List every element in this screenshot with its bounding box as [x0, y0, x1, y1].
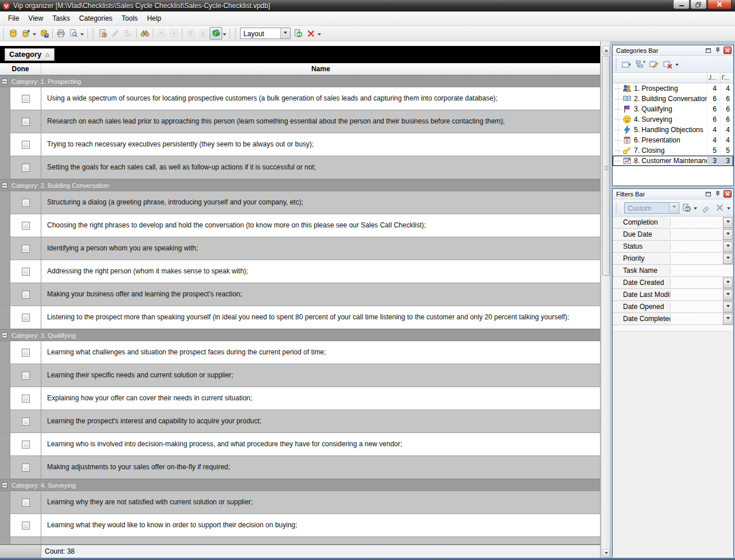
- filter-dropdown-button[interactable]: [723, 289, 733, 300]
- move-to-bottom-button[interactable]: [184, 27, 197, 40]
- task-row[interactable]: Structuring a dialog (a greeting phrase,…: [0, 191, 600, 214]
- toolbar-gripper[interactable]: [2, 28, 5, 38]
- layout-view-toggle[interactable]: [210, 27, 222, 40]
- clear-filter-button[interactable]: [699, 201, 713, 215]
- edit-category-button[interactable]: [647, 57, 661, 71]
- filter-value[interactable]: [671, 277, 723, 288]
- task-row[interactable]: Setting the goals for each sales call, a…: [0, 156, 600, 179]
- column-header-name[interactable]: Name: [41, 63, 600, 75]
- move-up-button[interactable]: [168, 27, 180, 40]
- task-row[interactable]: Trying to reach necessary executives per…: [0, 133, 600, 156]
- scrollbar-thumb[interactable]: [602, 56, 610, 276]
- panel-close-button[interactable]: [724, 47, 732, 54]
- done-checkbox[interactable]: [22, 118, 30, 126]
- delete-category-button[interactable]: [661, 57, 675, 71]
- done-checkbox[interactable]: [22, 464, 30, 472]
- category-item[interactable]: 8. Customer Maintenance33: [613, 156, 733, 166]
- done-checkbox[interactable]: [22, 395, 30, 403]
- filter-dropdown-button[interactable]: [723, 217, 733, 228]
- panel-pin-button[interactable]: [714, 47, 722, 54]
- menu-item-file[interactable]: File: [3, 13, 24, 24]
- done-checkbox[interactable]: [22, 291, 30, 299]
- done-checkbox[interactable]: [22, 164, 30, 172]
- categories-column-1[interactable]: J...: [707, 73, 720, 83]
- new-subcategory-button[interactable]: [633, 57, 647, 71]
- task-row[interactable]: Listening to the prospect more than spea…: [0, 306, 600, 329]
- group-header[interactable]: Category: 3. Qualifying: [0, 329, 600, 341]
- category-item[interactable]: 5. Handling Objections44: [613, 125, 733, 135]
- filter-row[interactable]: Date Created: [613, 277, 733, 289]
- done-checkbox[interactable]: [22, 95, 30, 103]
- filter-value[interactable]: [671, 289, 723, 300]
- task-row[interactable]: Using a wide spectrum of sources for loc…: [0, 87, 600, 110]
- task-row[interactable]: Addressing the right person (whom it mak…: [0, 260, 600, 283]
- filter-value[interactable]: [671, 253, 723, 264]
- column-header-done[interactable]: Done: [0, 63, 41, 75]
- filter-row[interactable]: Priority: [613, 253, 733, 265]
- vertical-scrollbar[interactable]: [601, 46, 610, 558]
- menu-item-categories[interactable]: Categories: [75, 13, 117, 24]
- apply-filter-dropdown[interactable]: [694, 207, 697, 211]
- filter-value[interactable]: [671, 241, 723, 252]
- minimize-button[interactable]: [673, 0, 690, 9]
- task-row[interactable]: Learning the prospect's interest and cap…: [0, 410, 600, 433]
- find-button[interactable]: [138, 27, 151, 40]
- filter-value[interactable]: [671, 229, 723, 240]
- filter-value[interactable]: [671, 217, 723, 228]
- layout-combobox-dropdown[interactable]: [280, 28, 290, 38]
- layout-view-dropdown[interactable]: [223, 33, 226, 37]
- task-row[interactable]: Research on each sales lead prior to app…: [0, 110, 600, 133]
- filter-dropdown-button[interactable]: [723, 302, 733, 312]
- category-item[interactable]: 2. Building Conversation66: [613, 94, 733, 104]
- close-button[interactable]: [707, 0, 732, 9]
- done-checkbox[interactable]: [22, 418, 30, 426]
- done-checkbox[interactable]: [22, 522, 30, 530]
- filter-preset-combobox[interactable]: Custom: [624, 202, 679, 214]
- done-checkbox[interactable]: [22, 222, 30, 230]
- move-down-button[interactable]: [155, 27, 168, 40]
- filter-row[interactable]: Date Last Modified: [613, 289, 733, 301]
- filter-row[interactable]: Task Name: [613, 265, 733, 277]
- toolbar-gripper[interactable]: [92, 28, 95, 38]
- print-preview-button[interactable]: [67, 27, 80, 40]
- done-checkbox[interactable]: [22, 141, 30, 149]
- filter-dropdown-button[interactable]: [723, 229, 733, 240]
- category-item[interactable]: 7. Closing55: [613, 145, 733, 156]
- new-database-button[interactable]: [7, 27, 20, 40]
- filter-row[interactable]: Completion: [613, 217, 733, 229]
- collapse-icon[interactable]: [2, 482, 7, 488]
- panel-pin-button[interactable]: [714, 190, 722, 198]
- restore-button[interactable]: [690, 0, 707, 9]
- filter-value[interactable]: [671, 301, 723, 312]
- done-checkbox[interactable]: [22, 499, 30, 507]
- panel-restore-button[interactable]: [704, 190, 712, 198]
- move-task-button[interactable]: [122, 27, 134, 40]
- move-to-top-button[interactable]: [197, 27, 210, 40]
- category-item[interactable]: 1. Prospecting44: [613, 83, 733, 94]
- done-checkbox[interactable]: [22, 372, 30, 380]
- scroll-up-button[interactable]: [602, 46, 610, 55]
- task-row[interactable]: Learning what challenges and situation t…: [0, 341, 600, 364]
- toolbar-options-dropdown[interactable]: [318, 33, 321, 37]
- apply-layout-button[interactable]: [292, 27, 304, 40]
- scroll-down-button[interactable]: [602, 549, 610, 558]
- open-database-dropdown[interactable]: [33, 33, 36, 37]
- categories-column-2[interactable]: Г...: [720, 73, 733, 83]
- menu-item-tasks[interactable]: Tasks: [48, 13, 75, 24]
- menu-item-help[interactable]: Help: [142, 13, 166, 24]
- collapse-icon[interactable]: [2, 333, 7, 338]
- filter-dropdown-button[interactable]: [723, 277, 733, 288]
- task-row[interactable]: Identifying a person whom you are speaki…: [0, 237, 600, 260]
- filter-row[interactable]: Date Completed: [613, 313, 733, 325]
- task-row[interactable]: Learning why they are not satisfied with…: [0, 491, 600, 514]
- toolbar-gripper[interactable]: [615, 203, 618, 213]
- new-category-button[interactable]: [620, 57, 633, 71]
- done-checkbox[interactable]: [22, 245, 30, 253]
- done-checkbox[interactable]: [22, 199, 30, 207]
- done-checkbox[interactable]: [22, 268, 30, 276]
- menu-item-tools[interactable]: Tools: [117, 13, 142, 24]
- group-header[interactable]: Category: 4. Surveying: [0, 479, 600, 491]
- filter-row[interactable]: Date Opened: [613, 301, 733, 313]
- menu-item-view[interactable]: View: [24, 13, 48, 24]
- filter-dropdown-button[interactable]: [723, 314, 733, 325]
